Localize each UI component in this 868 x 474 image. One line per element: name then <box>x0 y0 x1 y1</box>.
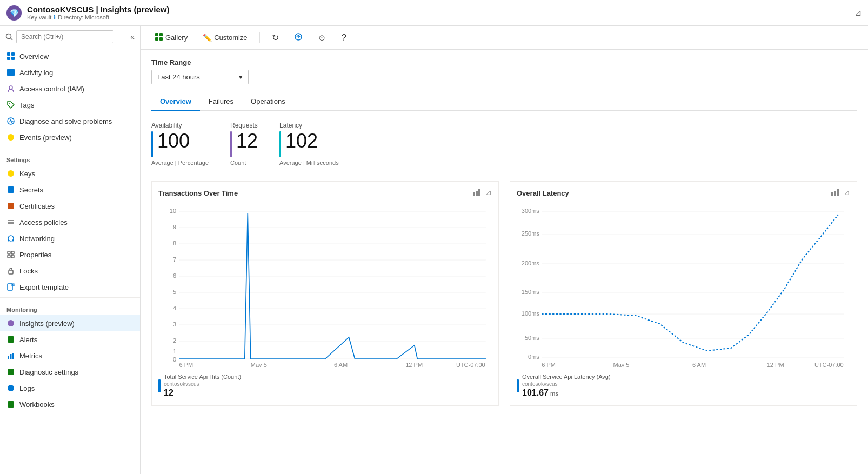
svg-text:9: 9 <box>173 224 176 230</box>
sidebar-item-workbooks[interactable]: Workbooks <box>0 396 140 412</box>
tab-overview[interactable]: Overview <box>151 93 200 111</box>
svg-rect-61 <box>837 189 839 196</box>
export-template-icon <box>6 283 15 291</box>
sidebar-item-insights[interactable]: Insights (preview) <box>0 315 140 331</box>
sidebar-item-secrets[interactable]: Secrets <box>0 182 140 198</box>
page-title: ContosoKVSCUS | Insights (preview) <box>27 5 169 14</box>
gallery-label: Gallery <box>165 34 188 42</box>
certificates-icon <box>6 202 15 210</box>
sidebar-label-networking: Networking <box>19 235 55 243</box>
metrics-icon <box>6 351 15 360</box>
sidebar-item-activity-log[interactable]: Activity log <box>0 64 140 81</box>
sidebar-item-keys[interactable]: Keys <box>0 165 140 182</box>
stat-latency-sub: Average | Milliseconds <box>279 159 339 166</box>
customize-button[interactable]: ✏️ Customize <box>197 31 252 44</box>
search-input[interactable] <box>16 30 113 43</box>
sidebar-item-export-template[interactable]: Export template <box>0 279 140 295</box>
sidebar-label-tags: Tags <box>19 101 34 109</box>
stat-requests-sub: Count <box>230 159 258 166</box>
svg-text:UTC-07:00: UTC-07:00 <box>814 362 844 367</box>
sidebar-item-access-control[interactable]: Access control (IAM) <box>0 81 140 97</box>
svg-rect-27 <box>155 37 158 41</box>
sidebar-item-logs[interactable]: Logs <box>0 380 140 396</box>
sidebar-item-locks[interactable]: Locks <box>0 263 140 279</box>
sidebar-label-overview: Overview <box>19 52 49 61</box>
svg-rect-22 <box>8 356 9 359</box>
overview-icon <box>6 52 15 61</box>
search-icon <box>5 33 13 41</box>
feedback-button[interactable]: ☺ <box>312 31 332 45</box>
svg-rect-59 <box>831 192 833 196</box>
svg-rect-32 <box>478 189 480 196</box>
alerts-icon <box>6 335 15 344</box>
activity-log-icon <box>6 68 15 77</box>
sidebar-item-metrics[interactable]: Metrics <box>0 348 140 364</box>
latency-legend-text: Overall Service Api Latency (Avg) contos… <box>522 373 611 399</box>
sidebar-item-tags[interactable]: Tags <box>0 97 140 113</box>
latency-legend-value: 101.67 ms <box>522 388 611 399</box>
toolbar-separator <box>259 32 260 43</box>
availability-bar <box>151 131 153 157</box>
svg-rect-30 <box>473 192 475 196</box>
transactions-metrics-icon[interactable] <box>472 188 481 198</box>
sidebar-item-networking[interactable]: Networking <box>0 230 140 246</box>
upgrade-button[interactable] <box>289 30 308 45</box>
sidebar-item-overview[interactable]: Overview <box>0 48 140 64</box>
svg-rect-17 <box>8 255 10 258</box>
refresh-icon: ↻ <box>272 32 279 43</box>
transactions-chart-title: Transactions Over Time <box>158 189 238 197</box>
help-button[interactable]: ? <box>336 31 352 45</box>
settings-section-label: Settings <box>0 150 140 165</box>
pin-button[interactable]: ⊿ <box>854 8 862 18</box>
svg-text:300ms: 300ms <box>522 208 539 213</box>
networking-icon <box>6 234 15 243</box>
sidebar-item-diagnostic-settings[interactable]: Diagnostic settings <box>0 364 140 380</box>
sidebar-label-events: Events (preview) <box>19 133 72 142</box>
svg-rect-26 <box>159 33 163 36</box>
svg-text:150ms: 150ms <box>522 289 539 295</box>
svg-rect-25 <box>155 33 158 36</box>
sidebar-label-metrics: Metrics <box>19 352 42 360</box>
locks-icon <box>6 266 15 275</box>
requests-bar <box>230 131 232 157</box>
sidebar-item-events[interactable]: Events (preview) <box>0 129 140 145</box>
svg-text:6: 6 <box>173 272 176 278</box>
toolbar: Gallery ✏️ Customize ↻ ☺ ? <box>141 26 868 50</box>
latency-legend-name: Overall Service Api Latency (Avg) <box>522 373 611 380</box>
sidebar-item-alerts[interactable]: Alerts <box>0 331 140 348</box>
help-icon: ? <box>342 33 346 43</box>
svg-text:6 PM: 6 PM <box>542 362 556 367</box>
latency-pin-icon[interactable]: ⊿ <box>844 188 850 198</box>
transactions-pin-icon[interactable]: ⊿ <box>485 188 492 198</box>
time-range-label: Time Range <box>151 58 857 66</box>
tab-operations[interactable]: Operations <box>242 93 294 111</box>
svg-text:100ms: 100ms <box>522 310 539 316</box>
svg-text:May 5: May 5 <box>251 362 267 367</box>
svg-text:10: 10 <box>170 208 176 213</box>
sidebar-item-access-policies[interactable]: Access policies <box>0 214 140 230</box>
sidebar-label-logs: Logs <box>19 384 35 392</box>
sidebar-item-properties[interactable]: Properties <box>0 246 140 263</box>
sidebar-label-activity-log: Activity log <box>19 69 53 77</box>
customize-label: Customize <box>214 34 247 42</box>
svg-rect-4 <box>7 57 10 60</box>
svg-text:2: 2 <box>173 337 176 343</box>
sidebar-item-diagnose[interactable]: Diagnose and solve problems <box>0 113 140 129</box>
tab-failures[interactable]: Failures <box>200 93 242 111</box>
svg-text:3: 3 <box>173 321 176 327</box>
charts-row: Transactions Over Time ⊿ 10 9 <box>151 181 857 406</box>
collapse-sidebar-button[interactable]: « <box>130 32 135 41</box>
sidebar-label-secrets: Secrets <box>19 186 43 194</box>
sidebar-label-workbooks: Workbooks <box>19 400 55 409</box>
time-range-dropdown[interactable]: Last 24 hours ▾ <box>151 70 249 84</box>
latency-metrics-icon[interactable] <box>831 188 839 198</box>
sidebar-label-insights: Insights (preview) <box>19 319 75 328</box>
stat-requests: Requests 12 Count <box>230 122 258 166</box>
gallery-button[interactable]: Gallery <box>149 30 193 45</box>
svg-rect-16 <box>11 251 14 254</box>
stat-availability-value: 100 <box>151 131 209 157</box>
sidebar-item-certificates[interactable]: Certificates <box>0 198 140 214</box>
info-icon: ℹ <box>54 14 56 21</box>
refresh-button[interactable]: ↻ <box>266 30 284 45</box>
transactions-chart: Transactions Over Time ⊿ 10 9 <box>151 181 499 406</box>
